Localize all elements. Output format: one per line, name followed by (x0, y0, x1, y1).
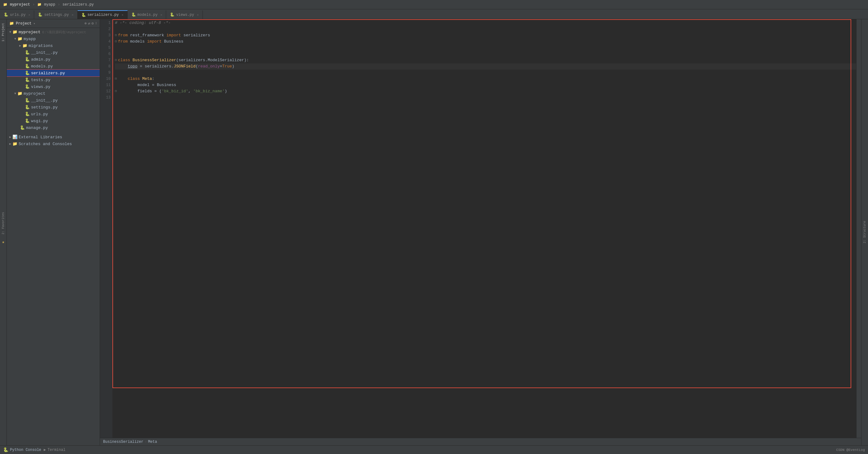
class-name-business: BusinessSerializer (133, 57, 176, 63)
kw-import-1: import (166, 32, 184, 38)
var-model: model (137, 82, 152, 88)
tree-item-manage[interactable]: ▶ 🐍 manage.py (7, 124, 100, 131)
star-icon: ★ (2, 239, 4, 245)
tab-models-label: models.py (137, 13, 158, 17)
tab-serializers-close[interactable]: ✕ (122, 13, 124, 17)
tree-item-myproject-pkg[interactable]: ▼ 📁 myproject (7, 90, 100, 97)
expand-icon[interactable]: ↕ (95, 21, 97, 26)
tab-settings-close[interactable]: ✕ (72, 13, 73, 17)
tab-settings[interactable]: 🐍 settings.py ✕ (34, 10, 77, 19)
breadcrumb-bar: BusinessSerializer › Meta (100, 438, 861, 445)
panel-header: 📁 Project ▾ ⊕ ⇄ ⚙ ↕ (7, 19, 100, 28)
line-num-9: 9 (100, 70, 111, 76)
tab-settings-label: settings.py (44, 13, 69, 17)
project-folder-icon: 📁 (3, 2, 7, 6)
code-line-6 (115, 51, 856, 57)
tree-item-external-libs[interactable]: ▶ 📊 External Libraries (7, 133, 100, 141)
tab-urls[interactable]: 🐍 urls.py ✕ (0, 10, 34, 19)
tree-item-tests[interactable]: ▶ 🐍 tests.py (7, 77, 100, 83)
indent-1 (118, 63, 128, 70)
tree-item-serializers[interactable]: ▶ 🐍 serializers.py (7, 70, 100, 77)
tree-item-init1[interactable]: ▶ 🐍 __init__.py (7, 49, 100, 56)
tree-item-models[interactable]: ▶ 🐍 models.py (7, 63, 100, 70)
paren-open-1: ( (196, 63, 198, 70)
tree-item-init2[interactable]: ▶ 🐍 __init__.py (7, 97, 100, 104)
python-icon-serializers: 🐍 (25, 70, 30, 75)
settings-icon[interactable]: ⚙ (92, 21, 94, 26)
python-icon-views-myapp: 🐍 (25, 84, 30, 89)
tree-item-views-myapp[interactable]: ▶ 🐍 views.py (7, 83, 100, 90)
right-scrollbar-strip[interactable] (856, 19, 861, 438)
terminal-label: Terminal (48, 448, 65, 452)
tab-views-close[interactable]: ✕ (197, 13, 199, 17)
tab-models-close[interactable]: ✕ (160, 13, 162, 17)
sync-icon[interactable]: ⊕ (85, 21, 87, 26)
python-icon-wsgi: 🐍 (25, 118, 30, 123)
tree-arrow-external-libs: ▶ (8, 135, 12, 139)
tree-item-admin[interactable]: ▶ 🐍 admin.py (7, 56, 100, 63)
tree-item-urls[interactable]: ▶ 🐍 urls.py (7, 111, 100, 118)
editor-area: 1 2 3 4 5 6 7 8 9 10 11 12 13 (100, 19, 861, 445)
kw-from-2: from (118, 38, 130, 45)
bottom-bar-right: CSDN @EventLog (836, 448, 865, 452)
python-console-button[interactable]: 🐍 Python Console (3, 447, 41, 452)
python-console-label: Python Console (10, 448, 41, 452)
tree-label-myproject: myproject (19, 30, 40, 34)
code-line-9 (115, 70, 856, 76)
tree-item-myproject-root[interactable]: ▼ 📁 myproject E:\项目源码包\myproject (7, 29, 100, 35)
title-myapp: myapp (44, 2, 55, 7)
tree-label-admin: admin.py (31, 57, 50, 62)
tree-label-settings: settings.py (31, 105, 58, 110)
tree-item-wsgi[interactable]: ▶ 🐍 wsgi.py (7, 118, 100, 124)
line-num-2: 2 (100, 26, 111, 32)
collapse-icon[interactable]: ⇄ (88, 21, 90, 26)
indent-2 (118, 76, 128, 82)
tree-item-settings[interactable]: ▶ 🐍 settings.py (7, 104, 100, 111)
line-num-3: 3 (100, 32, 111, 38)
tree-label-init1: __init__.py (31, 50, 58, 55)
terminal-button[interactable]: ▶ Terminal (44, 448, 65, 452)
line-num-13: 13 (100, 94, 111, 101)
tree-item-migrations[interactable]: ▶ 📁 migrations (7, 42, 100, 49)
title-project: myproject (10, 2, 30, 7)
class-paren-2: ): (244, 57, 249, 63)
indent-4 (118, 88, 137, 94)
line-num-8: 8 (100, 63, 111, 70)
tree-item-scratches[interactable]: ▶ 📁 Scratches and Consoles (7, 141, 100, 147)
tab-views[interactable]: 🐍 views.py ✕ (166, 10, 203, 19)
breadcrumb-sep: › (145, 440, 147, 444)
tree-item-myapp[interactable]: ▼ 📁 myapp (7, 35, 100, 42)
python-icon-manage: 🐍 (20, 125, 25, 130)
tree-arrow-myproject-pkg: ▼ (13, 92, 18, 95)
tab-models[interactable]: 🐍 models.py ✕ (128, 10, 166, 19)
param-readonly: read_only (198, 63, 220, 70)
var-topo: topo (128, 63, 137, 70)
structure-strip-label[interactable]: 2: Structure (862, 218, 867, 246)
tree-label-models: models.py (31, 64, 53, 69)
project-strip-label[interactable]: 1: Project (1, 21, 6, 44)
python-icon-urls: 🐍 (25, 112, 30, 117)
module-models: models (130, 38, 147, 45)
structure-strip: 2: Structure (861, 19, 868, 445)
code-editor[interactable]: # -*- coding: utf-8 -*- ⊟ from rest_fram… (113, 19, 856, 438)
panel-dropdown-arrow[interactable]: ▾ (33, 22, 35, 26)
myapp-folder-icon: 📁 (37, 2, 42, 6)
tab-models-icon: 🐍 (131, 12, 136, 17)
indent-3 (118, 82, 137, 88)
kw-class-1: class (118, 57, 133, 63)
line-num-6: 6 (100, 51, 111, 57)
folder-icon-scratches: 📁 (12, 141, 18, 146)
line-num-4: 4 (100, 38, 111, 45)
panel-header-icons: ⊕ ⇄ ⚙ ↕ (85, 21, 97, 26)
line-numbers: 1 2 3 4 5 6 7 8 9 10 11 12 13 (100, 19, 113, 438)
title-file: serializers.py (62, 2, 94, 7)
code-line-12: ⊟ fields = ( 'bk_biz_id' , 'bk_biz_name'… (115, 88, 856, 94)
tab-urls-close[interactable]: ✕ (28, 13, 30, 17)
code-line-4: ⊟ from models import Business (115, 38, 856, 45)
tuple-close: ) (224, 88, 227, 94)
tree-label-scratches: Scratches and Consoles (19, 142, 72, 146)
favorites-strip-label[interactable]: 2: Favorites (1, 209, 6, 237)
tree-label-manage: manage.py (26, 125, 48, 130)
tab-serializers[interactable]: 🐍 serializers.py ✕ (78, 10, 128, 19)
paren-close-1: ) (232, 63, 235, 70)
